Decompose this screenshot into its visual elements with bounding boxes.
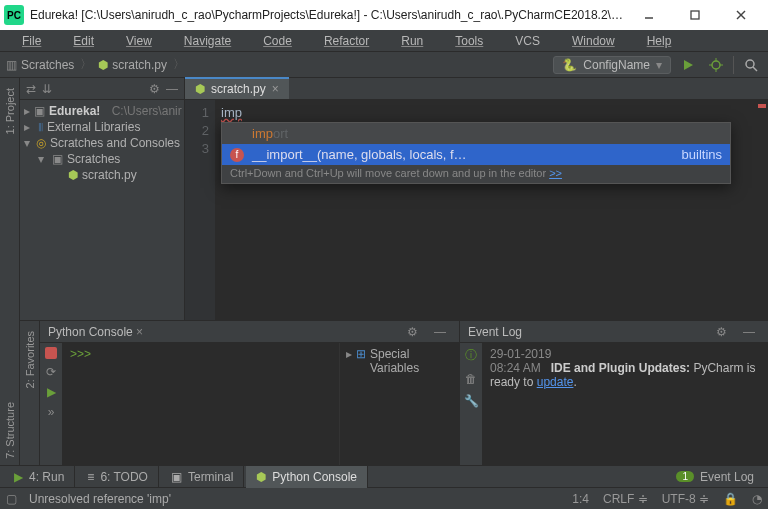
event-count-badge: 1 — [676, 471, 694, 482]
scroll-from-source-icon[interactable]: ⇄ — [26, 82, 36, 96]
editor: ⬢ scratch.py × 1 2 3 imp — [185, 78, 768, 320]
menu-code[interactable]: Code — [247, 32, 308, 50]
eventlog-content[interactable]: 29-01-2019 08:24 AM IDE and Plugin Updat… — [482, 343, 768, 465]
line-separator[interactable]: CRLF ≑ — [603, 492, 648, 506]
menu-run[interactable]: Run — [385, 32, 439, 50]
titlebar: PC Edureka! [C:\Users\anirudh_c_rao\Pych… — [0, 0, 768, 30]
menu-file[interactable]: File — [6, 32, 57, 50]
tree-file-scratch[interactable]: scratch.py — [82, 168, 137, 182]
tool-run[interactable]: ▶4: Run — [4, 466, 75, 488]
library-icon: ⫴ — [38, 120, 43, 134]
close-tab-icon[interactable]: × — [272, 82, 279, 96]
project-icon: ▣ — [34, 104, 45, 118]
wrench-icon[interactable]: 🔧 — [464, 394, 479, 408]
run-config-selector[interactable]: 🐍 ConfigName ▾ — [553, 56, 671, 74]
function-icon: f — [230, 148, 244, 162]
caret-position[interactable]: 1:4 — [572, 492, 589, 506]
python-file-icon: ⬢ — [98, 58, 108, 72]
event-update-link[interactable]: update — [537, 375, 574, 389]
chevron-right-icon: 〉 — [171, 56, 187, 73]
menu-vcs[interactable]: VCS — [499, 32, 556, 50]
scratches-and-consoles[interactable]: Scratches and Consoles — [50, 136, 180, 150]
console-prompt: >>> — [70, 347, 91, 361]
gear-icon[interactable]: ⚙ — [149, 82, 160, 96]
completion-hint-link[interactable]: >> — [549, 167, 562, 179]
svg-point-5 — [712, 61, 720, 69]
structure-tool-tab[interactable]: 7: Structure — [4, 396, 16, 465]
console-title: Python Console × — [48, 325, 395, 339]
expand-icon[interactable]: ▸ — [24, 120, 34, 134]
console-output[interactable]: >>> — [62, 343, 339, 465]
project-tool-tab[interactable]: 1: Project — [4, 82, 16, 140]
menu-refactor[interactable]: Refactor — [308, 32, 385, 50]
collapse-icon[interactable]: ▾ — [38, 152, 48, 166]
breadcrumb[interactable]: ▥ Scratches 〉 ⬢ scratch.py 〉 — [6, 56, 187, 73]
expand-icon[interactable]: ▸ — [24, 104, 30, 118]
search-everywhere-button[interactable] — [740, 54, 762, 76]
completion-label: __import__(name, globals, locals, f… — [252, 147, 467, 162]
debug-button[interactable] — [705, 54, 727, 76]
hide-tool-button[interactable]: — — [738, 321, 760, 343]
eventlog-title: Event Log — [468, 325, 704, 339]
code-area[interactable]: imp import f __import__(name, globals, l… — [215, 100, 768, 320]
project-tree[interactable]: ▸▣Edureka! C:\Users\anir ▸⫴External Libr… — [20, 100, 184, 320]
collapse-icon[interactable]: ▾ — [24, 136, 32, 150]
completion-item-import[interactable]: import — [222, 123, 730, 144]
bottom-panes: 2: Favorites Python Console × ⚙ — ⟳ ▶ » — [20, 320, 768, 465]
menu-window[interactable]: Window — [556, 32, 631, 50]
tree-toolbar: ⇄ ⇊ ⚙ — — [20, 78, 184, 100]
left-tool-strip-lower: 2: Favorites — [20, 321, 40, 465]
run-button[interactable] — [677, 54, 699, 76]
status-text: Unresolved reference 'imp' — [29, 492, 171, 506]
gutter[interactable]: 1 2 3 — [185, 100, 215, 320]
stop-button[interactable] — [45, 347, 57, 359]
scratches-folder[interactable]: Scratches — [67, 152, 120, 166]
status-bar: ▢ Unresolved reference 'imp' 1:4 CRLF ≑ … — [0, 487, 768, 509]
more-icon[interactable]: » — [48, 405, 55, 419]
external-libraries[interactable]: External Libraries — [47, 120, 140, 134]
status-message[interactable]: ▢ Unresolved reference 'imp' — [6, 492, 562, 506]
tool-todo[interactable]: ≡6: TODO — [77, 466, 159, 488]
menu-view[interactable]: View — [110, 32, 168, 50]
editor-upper: ⇄ ⇊ ⚙ — ▸▣Edureka! C:\Users\anir ▸⫴Exter… — [20, 78, 768, 320]
tool-python-console[interactable]: ⬢Python Console — [246, 466, 368, 488]
menu-help[interactable]: Help — [631, 32, 688, 50]
expand-icon[interactable]: ▸ — [346, 347, 352, 361]
minimize-button[interactable] — [626, 0, 672, 30]
crumb-file[interactable]: scratch.py — [112, 58, 167, 72]
info-icon[interactable]: ⓘ — [465, 347, 477, 364]
trash-icon[interactable]: 🗑 — [465, 372, 477, 386]
collapse-all-icon[interactable]: ⇊ — [42, 82, 52, 96]
execute-icon[interactable]: ▶ — [47, 385, 56, 399]
crumb-scratches[interactable]: Scratches — [21, 58, 74, 72]
scratch-root-icon: ◎ — [36, 136, 46, 150]
menu-edit[interactable]: Edit — [57, 32, 110, 50]
tool-event-log[interactable]: 1 Event Log — [666, 470, 764, 484]
hide-tool-button[interactable]: — — [166, 82, 178, 96]
editor-tab-scratch[interactable]: ⬢ scratch.py × — [185, 77, 289, 99]
project-root-name[interactable]: Edureka! — [49, 104, 100, 118]
favorites-tool-tab[interactable]: 2: Favorites — [24, 325, 36, 394]
special-variables-label: Special Variables — [370, 347, 453, 375]
rerun-icon[interactable]: ⟳ — [46, 365, 56, 379]
maximize-button[interactable] — [672, 0, 718, 30]
completion-right: builtins — [682, 147, 722, 162]
gear-icon[interactable]: ⚙ — [710, 321, 732, 343]
error-stripe-mark[interactable] — [758, 104, 766, 108]
gear-icon[interactable]: ⚙ — [401, 321, 423, 343]
close-button[interactable] — [718, 0, 764, 30]
variables-pane[interactable]: ▸ ⊞ Special Variables — [339, 343, 459, 465]
tool-windows-button[interactable]: ▢ — [6, 492, 17, 506]
tool-terminal[interactable]: ▣Terminal — [161, 466, 244, 488]
file-encoding[interactable]: UTF-8 ≑ — [662, 492, 709, 506]
svg-marker-4 — [684, 60, 693, 70]
completion-item-dunder-import[interactable]: f __import__(name, globals, locals, f… b… — [222, 144, 730, 165]
lock-icon[interactable]: 🔒 — [723, 492, 738, 506]
completion-popup[interactable]: import f __import__(name, globals, local… — [221, 122, 731, 184]
inspections-icon[interactable]: ◔ — [752, 492, 762, 506]
run-config-label: ConfigName — [583, 58, 650, 72]
line-number: 2 — [185, 122, 209, 140]
hide-tool-button[interactable]: — — [429, 321, 451, 343]
menu-tools[interactable]: Tools — [439, 32, 499, 50]
menu-navigate[interactable]: Navigate — [168, 32, 247, 50]
